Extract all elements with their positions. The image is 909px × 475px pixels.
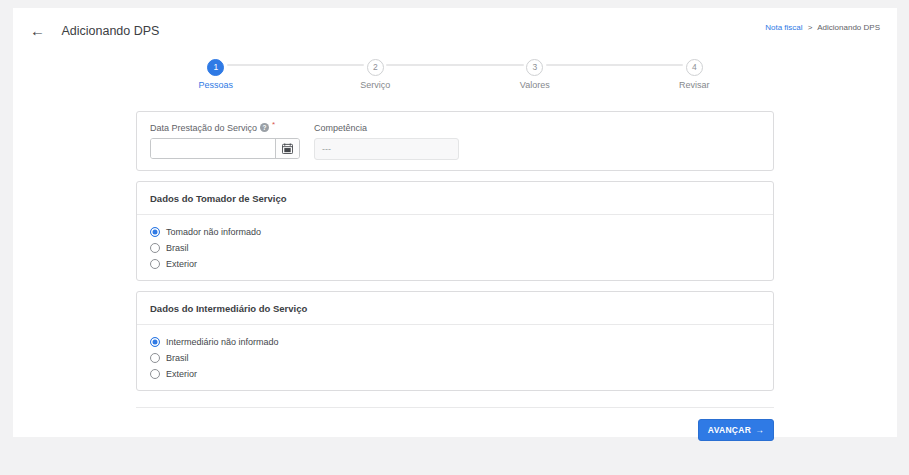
radio-intermediario-nao-informado[interactable]: Intermediário não informado	[150, 337, 760, 347]
calendar-button[interactable]	[275, 139, 299, 158]
radio-input[interactable]	[150, 369, 160, 379]
competencia-label: Competência	[314, 123, 367, 133]
radio-intermediario-exterior[interactable]: Exterior	[150, 369, 760, 379]
step-revisar[interactable]: 4 Revisar	[615, 56, 775, 90]
radio-label: Brasil	[166, 243, 189, 253]
step-servico[interactable]: 2 Serviço	[296, 56, 456, 90]
radio-tomador-nao-informado[interactable]: Tomador não informado	[150, 227, 760, 237]
calendar-icon	[282, 143, 293, 154]
radio-input[interactable]	[150, 227, 160, 237]
step-circle: 2	[367, 59, 384, 76]
breadcrumb: Nota fiscal > Adicionando DPS	[765, 23, 880, 32]
breadcrumb-current: Adicionando DPS	[817, 23, 880, 32]
step-label: Revisar	[615, 80, 775, 90]
intermediario-card-title: Dados do Intermediário do Serviço	[150, 303, 760, 314]
date-field: Data Prestação do Serviço ? *	[150, 123, 300, 159]
advance-button[interactable]: AVANÇAR →	[698, 419, 774, 441]
radio-intermediario-brasil[interactable]: Brasil	[150, 353, 760, 363]
main-content: Data Prestação do Serviço ? *	[136, 111, 774, 441]
radio-input[interactable]	[150, 243, 160, 253]
step-circle: 3	[526, 59, 543, 76]
breadcrumb-link-nota-fiscal[interactable]: Nota fiscal	[765, 23, 802, 32]
date-label-text: Data Prestação do Serviço	[150, 123, 257, 133]
intermediario-options: Intermediário não informado Brasil Exter…	[150, 337, 760, 379]
tomador-options: Tomador não informado Brasil Exterior	[150, 227, 760, 269]
divider	[137, 324, 773, 325]
tomador-card: Dados do Tomador de Serviço Tomador não …	[136, 181, 774, 281]
help-icon[interactable]: ?	[260, 123, 269, 132]
radio-input[interactable]	[150, 259, 160, 269]
back-arrow-icon[interactable]: ←	[30, 24, 45, 38]
competencia-value: ---	[314, 138, 459, 160]
date-input[interactable]	[151, 139, 275, 158]
footer-actions: AVANÇAR →	[136, 419, 774, 441]
divider	[137, 214, 773, 215]
step-label: Serviço	[296, 80, 456, 90]
footer-divider	[136, 407, 774, 408]
page-header: ← Adicionando DPS Nota fiscal > Adiciona…	[13, 8, 897, 42]
page-title: Adicionando DPS	[61, 24, 159, 38]
date-input-group	[150, 138, 300, 159]
radio-label: Brasil	[166, 353, 189, 363]
step-pessoas[interactable]: 1 Pessoas	[136, 56, 296, 90]
arrow-right-icon: →	[755, 425, 764, 435]
radio-input[interactable]	[150, 337, 160, 347]
advance-button-label: AVANÇAR	[708, 425, 751, 435]
radio-tomador-brasil[interactable]: Brasil	[150, 243, 760, 253]
step-label: Pessoas	[136, 80, 296, 90]
date-card: Data Prestação do Serviço ? *	[136, 111, 774, 171]
radio-label: Exterior	[166, 259, 197, 269]
step-valores[interactable]: 3 Valores	[455, 56, 615, 90]
breadcrumb-separator: >	[808, 23, 813, 32]
radio-label: Intermediário não informado	[166, 337, 279, 347]
tomador-card-title: Dados do Tomador de Serviço	[150, 193, 760, 204]
radio-tomador-exterior[interactable]: Exterior	[150, 259, 760, 269]
step-label: Valores	[455, 80, 615, 90]
radio-label: Tomador não informado	[166, 227, 261, 237]
step-circle: 4	[686, 59, 703, 76]
content-panel: ← Adicionando DPS Nota fiscal > Adiciona…	[13, 8, 897, 437]
competencia-field: Competência ---	[314, 123, 459, 159]
step-circle: 1	[207, 59, 224, 76]
radio-label: Exterior	[166, 369, 197, 379]
wizard-stepper: 1 Pessoas 2 Serviço 3 Valores 4 Revisar	[136, 56, 774, 90]
date-field-label: Data Prestação do Serviço ? *	[150, 123, 300, 133]
required-marker: *	[272, 120, 275, 129]
radio-input[interactable]	[150, 353, 160, 363]
intermediario-card: Dados do Intermediário do Serviço Interm…	[136, 291, 774, 391]
